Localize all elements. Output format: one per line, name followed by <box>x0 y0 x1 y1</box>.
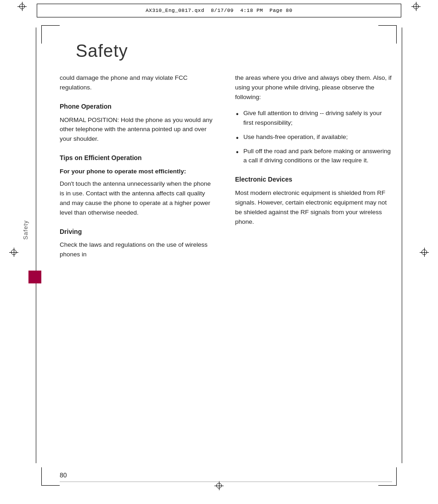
right-column: the areas where you drive and always obe… <box>235 73 392 266</box>
reg-mark-top-right <box>411 2 421 11</box>
corner-tick-tr-v <box>396 25 397 44</box>
reg-mark-mid-left <box>9 248 18 257</box>
bullet-item-2: Use hands-free operation, if available; <box>235 133 392 142</box>
left-column: could damage the phone and may violate F… <box>60 73 217 266</box>
sidebar-label: Safety <box>22 220 29 240</box>
driving-bullet-list: Give full attention to driving -- drivin… <box>235 109 392 166</box>
driving-body: Check the laws and regulations on the us… <box>60 240 217 260</box>
driving-continued-text: the areas where you drive and always obe… <box>235 73 392 102</box>
header-filename: AX310_Eng_0817.qxd <box>146 8 204 13</box>
bullet-item-3-text: Pull off the road and park before making… <box>243 148 391 164</box>
corner-tick-bl-v <box>41 467 42 486</box>
phone-operation-heading: Phone Operation <box>60 102 217 112</box>
corner-tick-br-h <box>378 485 397 486</box>
electronic-devices-heading: Electronic Devices <box>235 175 392 185</box>
side-line-right <box>402 28 402 463</box>
tips-heading: Tips on Efficient Operation <box>60 153 217 163</box>
header-date: 8/17/09 <box>211 8 234 13</box>
page-number: 80 <box>60 471 67 479</box>
header-page-label: Page 80 <box>270 8 292 13</box>
reg-mark-top-left <box>17 2 27 11</box>
page-title: Safety <box>76 41 128 61</box>
driving-heading: Driving <box>60 227 217 237</box>
side-line-left <box>36 28 36 463</box>
corner-tick-bl-h <box>41 485 60 486</box>
intro-text: could damage the phone and may violate F… <box>60 73 217 93</box>
content-area: could damage the phone and may violate F… <box>60 73 392 266</box>
bullet-item-2-text: Use hands-free operation, if available; <box>243 133 348 140</box>
electronic-devices-body: Most modern electronic equipment is shie… <box>235 188 392 227</box>
tips-sub-heading: For your phone to operate most efficient… <box>60 167 217 177</box>
phone-operation-body: NORMAL POSITION: Hold the phone as you w… <box>60 116 217 144</box>
tips-body: Don't touch the antenna unnecessarily wh… <box>60 179 217 218</box>
bullet-item-1: Give full attention to driving -- drivin… <box>235 109 392 128</box>
corner-tick-tl-v <box>41 25 42 44</box>
bullet-item-1-text: Give full attention to driving -- drivin… <box>243 110 382 126</box>
bullet-item-3: Pull off the road and park before making… <box>235 147 392 166</box>
header-time: 4:18 PM <box>240 8 263 13</box>
corner-tick-tl-h <box>41 25 60 26</box>
header-bar: AX310_Eng_0817.qxd 8/17/09 4:18 PM Page … <box>37 4 401 17</box>
reg-mark-bottom-center <box>214 481 224 490</box>
bottom-divider-line <box>60 482 392 482</box>
sidebar-accent-bar <box>28 271 41 283</box>
corner-tick-tr-h <box>378 25 397 26</box>
corner-tick-br-v <box>396 467 397 486</box>
reg-mark-mid-right <box>420 248 429 257</box>
